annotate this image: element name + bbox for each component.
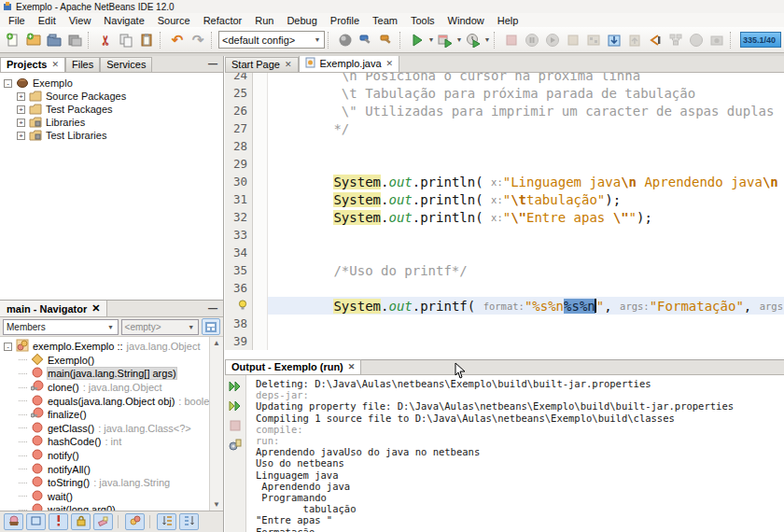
ant-settings-button[interactable]	[228, 437, 244, 453]
close-icon[interactable]: ✕	[386, 59, 394, 68]
tree-item[interactable]: +Test Libraries	[0, 129, 223, 142]
new-file-button[interactable]	[3, 30, 23, 50]
sort-by-name-button[interactable]	[157, 513, 176, 530]
navigator-item[interactable]: hashCode() : int	[0, 435, 209, 449]
tab-label: Projects	[7, 59, 47, 70]
tab-files[interactable]: Files	[65, 57, 100, 72]
profile-dropdown-arrow[interactable]: ▼	[483, 36, 491, 43]
config-dropdown[interactable]: <default config> ▼	[218, 31, 325, 49]
navigator-tab[interactable]: main - Navigator ✕	[0, 301, 107, 316]
cut-button[interactable]: ✂	[95, 30, 116, 50]
scroll-up-icon[interactable]: ▲	[213, 337, 220, 349]
rerun-debug-button[interactable]	[228, 398, 244, 413]
tree-item[interactable]: +Source Packages	[0, 90, 223, 103]
tab-exemplo-java[interactable]: Exemplo.java✕	[299, 56, 400, 72]
close-icon[interactable]: ✕	[285, 60, 292, 69]
tree-item[interactable]: -Exemplo	[0, 77, 223, 90]
undo-button[interactable]: ↶	[167, 30, 188, 50]
show-fields-button[interactable]	[26, 513, 46, 530]
navigator-item[interactable]: equals(java.lang.Object obj) : boolean	[0, 394, 209, 408]
javadoc-view-button[interactable]	[202, 318, 220, 335]
show-getters-setters-button[interactable]	[93, 513, 113, 530]
show-non-public-button[interactable]	[71, 513, 91, 530]
show-inner-classes-button[interactable]	[125, 513, 145, 530]
menu-edit[interactable]: Edit	[32, 14, 63, 27]
show-static-members-button[interactable]	[49, 513, 68, 530]
expand-handle-icon[interactable]: +	[17, 119, 25, 127]
navigator-item[interactable]: clone() : java.lang.Object	[0, 381, 209, 395]
menu-help[interactable]: Help	[491, 14, 525, 27]
run-project-button[interactable]	[407, 30, 427, 50]
attach-profiler-button[interactable]	[645, 30, 665, 50]
navigator-item[interactable]: getClass() : java.lang.Class<?>	[0, 422, 209, 436]
sort-by-source-button[interactable]	[179, 513, 199, 530]
show-inherited-button[interactable]	[4, 513, 23, 530]
navigator-item[interactable]: notifyAll()	[0, 462, 209, 476]
navigator-item[interactable]: wait(long arg0)	[0, 503, 209, 511]
navigator-item[interactable]: -exemplo.Exemplo :: java.lang.Object	[0, 340, 209, 354]
collapse-handle-icon[interactable]: -	[4, 79, 12, 88]
filter-text-dropdown[interactable]: <empty> ▼	[121, 319, 199, 335]
close-icon[interactable]: ✕	[51, 60, 59, 69]
menu-file[interactable]: File	[2, 14, 32, 27]
paste-button[interactable]	[136, 30, 157, 50]
output-tab-bar: Output - Exemplo (run) ✕	[225, 360, 784, 375]
navigator-item[interactable]: notify()	[0, 449, 209, 463]
debug-dropdown-arrow[interactable]: ▼	[455, 36, 463, 43]
tab-services[interactable]: Services	[100, 57, 152, 72]
close-icon[interactable]: ✕	[91, 302, 100, 315]
tab-start-page[interactable]: Start Page✕	[225, 57, 299, 72]
rerun-button[interactable]	[228, 378, 244, 394]
members-dropdown[interactable]: Members ▼	[3, 319, 119, 335]
set-main-project-button[interactable]	[335, 30, 356, 50]
toolbar-separator	[88, 32, 92, 49]
minimize-icon[interactable]: —	[208, 59, 217, 69]
redo-button[interactable]: ↷	[188, 30, 208, 50]
expand-handle-icon[interactable]: +	[17, 105, 25, 114]
minimize-icon[interactable]: —	[208, 303, 217, 314]
navigator-item[interactable]: main(java.lang.String[] args)	[0, 367, 209, 381]
new-project-button[interactable]	[23, 30, 44, 50]
navigator-item[interactable]: Exemplo()	[0, 354, 209, 368]
output-tab[interactable]: Output - Exemplo (run) ✕	[225, 359, 361, 374]
debug-project-button[interactable]	[435, 30, 455, 50]
menu-profile[interactable]: Profile	[324, 14, 366, 27]
output-console[interactable]: Deleting: D:\Java\Aulas\netbeans\Exemplo…	[246, 375, 784, 532]
output-body: Deleting: D:\Java\Aulas\netbeans\Exemplo…	[225, 375, 784, 532]
code-editor[interactable]: 24 \n Posiciona o cursor na próxima linh…	[225, 73, 784, 359]
code-line-text: System.out.println( x:"Linguagem java\n …	[268, 173, 784, 190]
clean-and-build-button[interactable]	[376, 30, 397, 50]
open-project-button[interactable]	[44, 30, 64, 50]
menu-source[interactable]: Source	[151, 14, 197, 27]
profile-project-button[interactable]	[463, 30, 483, 50]
menu-debug[interactable]: Debug	[280, 14, 323, 27]
tree-item[interactable]: +Libraries	[0, 116, 223, 129]
gc-button[interactable]	[604, 30, 624, 50]
expand-handle-icon[interactable]: +	[17, 92, 25, 101]
save-all-button[interactable]	[64, 30, 85, 50]
navigator-item[interactable]: finalize()	[0, 408, 209, 422]
navigator-tree: -exemplo.Exemplo :: java.lang.ObjectExem…	[0, 337, 209, 511]
tree-item[interactable]: +Test Packages	[0, 103, 223, 116]
copy-button[interactable]	[116, 30, 136, 50]
menu-run[interactable]: Run	[248, 14, 280, 27]
line-number: 31	[225, 190, 253, 208]
menu-team[interactable]: Team	[366, 14, 404, 27]
navigator-item[interactable]: wait()	[0, 490, 209, 504]
menu-tools[interactable]: Tools	[404, 14, 441, 27]
build-project-button[interactable]	[356, 30, 376, 50]
menu-view[interactable]: View	[63, 14, 98, 27]
navigator-scrollbar[interactable]: ▲▼	[209, 337, 223, 511]
memory-indicator[interactable]: 335.1/40	[740, 32, 781, 48]
tab-projects[interactable]: Projects✕	[0, 57, 65, 72]
close-icon[interactable]: ✕	[348, 362, 356, 371]
run-dropdown-arrow[interactable]: ▼	[427, 36, 435, 43]
code-token: "Formatação"	[650, 299, 744, 314]
collapse-handle-icon[interactable]: -	[4, 343, 12, 351]
menu-navigate[interactable]: Navigate	[97, 14, 150, 27]
menu-refactor[interactable]: Refactor	[197, 14, 249, 27]
expand-handle-icon[interactable]: +	[17, 132, 25, 140]
scroll-down-icon[interactable]: ▼	[213, 498, 220, 511]
menu-window[interactable]: Window	[441, 14, 491, 27]
navigator-item[interactable]: toString() : java.lang.String	[0, 476, 209, 490]
